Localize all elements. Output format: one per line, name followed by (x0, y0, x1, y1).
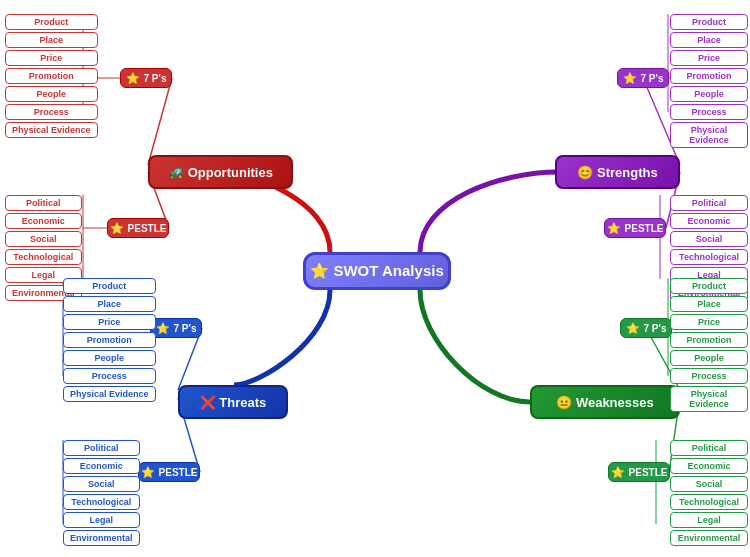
list-item: Product (63, 278, 156, 294)
central-label: ⭐ SWOT Analysis (310, 262, 443, 280)
weaknesses-node: 😐 Weaknesses (530, 385, 680, 419)
list-item: Price (63, 314, 156, 330)
list-item: Place (5, 32, 98, 48)
list-item: Physical Evidence (670, 386, 748, 412)
str-7p-label: 7 P's (641, 73, 664, 84)
list-item: Physical Evidence (63, 386, 156, 402)
wea-7p-star: ⭐ (626, 322, 640, 335)
list-item: People (670, 350, 748, 366)
list-item: Promotion (670, 332, 748, 348)
list-item: Physical Evidence (670, 122, 748, 148)
list-item: Social (63, 476, 140, 492)
list-item: Process (670, 104, 748, 120)
str-7p-group: ⭐ 7 P's (617, 68, 669, 88)
list-item: Price (5, 50, 98, 66)
list-item: Economic (5, 213, 82, 229)
weaknesses-label: 😐 Weaknesses (556, 395, 653, 410)
str-pestle-star: ⭐ (607, 222, 621, 235)
list-item: People (5, 86, 98, 102)
opp-pestle-star: ⭐ (110, 222, 124, 235)
opp-7p-label: 7 P's (144, 73, 167, 84)
list-item: Place (670, 296, 748, 312)
thr-7p-star: ⭐ (156, 322, 170, 335)
list-item: People (63, 350, 156, 366)
list-item: Political (670, 195, 748, 211)
list-item: Political (670, 440, 748, 456)
list-item: Social (5, 231, 82, 247)
list-item: Promotion (670, 68, 748, 84)
list-item: Economic (63, 458, 140, 474)
threats-label: ❌ Threats (200, 395, 267, 410)
list-item: Technological (5, 249, 82, 265)
threats-node: ❌ Threats (178, 385, 288, 419)
wea-7p-label: 7 P's (644, 323, 667, 334)
thr-7p-group: ⭐ 7 P's (150, 318, 202, 338)
list-item: People (670, 86, 748, 102)
list-item: Economic (670, 213, 748, 229)
list-item: Legal (63, 512, 140, 528)
list-item: Promotion (63, 332, 156, 348)
list-item: Social (670, 476, 748, 492)
thr-7p-label: 7 P's (174, 323, 197, 334)
list-item: Environmental (670, 530, 748, 546)
list-item: Political (63, 440, 140, 456)
list-item: Social (670, 231, 748, 247)
list-item: Price (670, 314, 748, 330)
opp-pestle-label: PESTLE (128, 223, 167, 234)
list-item: Place (63, 296, 156, 312)
list-item: Product (670, 278, 748, 294)
thr-pestle-star: ⭐ (141, 466, 155, 479)
list-item: Technological (670, 249, 748, 265)
list-item: Political (5, 195, 82, 211)
opportunities-node: 🚜 Opportunities (148, 155, 293, 189)
wea-pestle-star: ⭐ (611, 466, 625, 479)
list-item: Technological (670, 494, 748, 510)
str-7p-star: ⭐ (623, 72, 637, 85)
list-item: Product (670, 14, 748, 30)
list-item: Process (670, 368, 748, 384)
opp-7p-group: ⭐ 7 P's (120, 68, 172, 88)
str-pestle-group: ⭐ PESTLE (604, 218, 666, 238)
list-item: Process (63, 368, 156, 384)
opportunities-label: 🚜 Opportunities (168, 165, 273, 180)
thr-pestle-label: PESTLE (159, 467, 198, 478)
list-item: Promotion (5, 68, 98, 84)
list-item: Price (670, 50, 748, 66)
str-pestle-label: PESTLE (625, 223, 664, 234)
opp-pestle-group: ⭐ PESTLE (107, 218, 169, 238)
list-item: Economic (670, 458, 748, 474)
list-item: Physical Evidence (5, 122, 98, 138)
list-item: Technological (63, 494, 140, 510)
thr-pestle-group: ⭐ PESTLE (138, 462, 200, 482)
wea-pestle-group: ⭐ PESTLE (608, 462, 670, 482)
star-icon: ⭐ (126, 72, 140, 85)
list-item: Place (670, 32, 748, 48)
list-item: Process (5, 104, 98, 120)
list-item: Legal (670, 512, 748, 528)
wea-7p-group: ⭐ 7 P's (620, 318, 672, 338)
central-node: ⭐ SWOT Analysis (303, 252, 451, 290)
strengths-node: 😊 Strengths (555, 155, 680, 189)
list-item: Product (5, 14, 98, 30)
strengths-label: 😊 Strengths (577, 165, 657, 180)
list-item: Environmental (63, 530, 140, 546)
wea-pestle-label: PESTLE (629, 467, 668, 478)
